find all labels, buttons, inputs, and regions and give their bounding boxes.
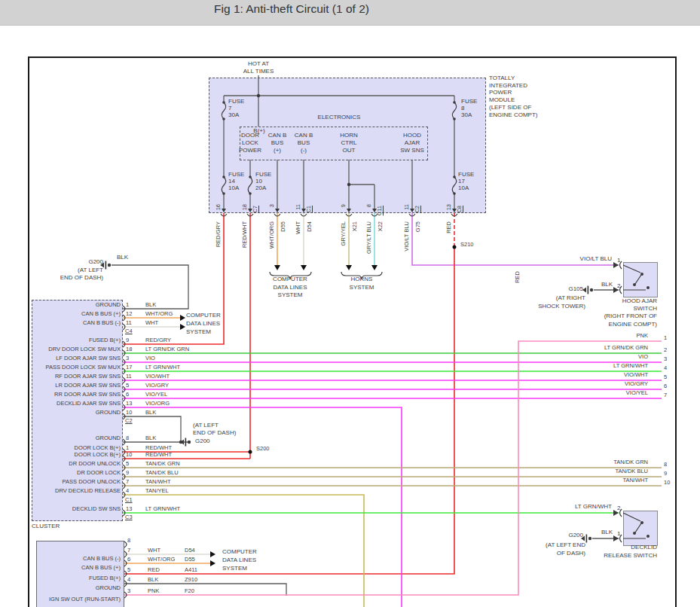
g200-mid-loc: (AT LEFT END OF DASH) xyxy=(193,422,236,437)
ground-icon xyxy=(588,537,591,540)
cluster-row-label: DR DOOR UNLOCK xyxy=(15,460,121,468)
g105-name: G105 xyxy=(508,285,583,293)
edge-wire-color-label: VIO/GRY xyxy=(543,380,648,388)
module2-row-wire-color: RED xyxy=(148,566,160,574)
edge-wire-color-label: LT GRN/DK GRN xyxy=(543,344,648,352)
module2-row-pin: 7 xyxy=(127,547,130,554)
decklid-pin-top: 2 xyxy=(617,505,620,512)
edge-wire-color-label: TAN/WHT xyxy=(543,477,648,484)
cluster-row-wire-color: VIO xyxy=(145,355,155,362)
edge-wire-color-label: LT GRN/WHT xyxy=(543,362,648,370)
cluster-row-label: GROUND xyxy=(15,301,121,309)
wiring-diagram-page: Fig 1: Anti-theft Circuit (1 of 2) xyxy=(0,0,700,607)
cluster-row-pin: 13 xyxy=(126,505,132,513)
computer-system-cluster: COMPUTER DATA LINES SYSTEM xyxy=(186,311,221,336)
cluster-row-pin: 5 xyxy=(126,460,129,468)
cluster-row-wire-color: TAN/YEL xyxy=(145,487,169,495)
computer-system-top: COMPUTER DATA LINES SYSTEM xyxy=(256,276,324,300)
cluster-row-pin: 17 xyxy=(126,364,132,371)
red-wire-note: RED xyxy=(514,271,521,283)
module2-row-circuit: Z910 xyxy=(185,576,197,584)
arrow-down-icon xyxy=(371,265,378,270)
tipm-exit-circuit: X22 xyxy=(377,221,384,231)
cluster-row-pin: 12 xyxy=(126,310,132,318)
edge-wire-color-label: PNK xyxy=(543,332,648,340)
cluster-row-wire-color: BLK xyxy=(145,301,156,309)
cluster-row-pin: 1 xyxy=(126,301,129,309)
cluster-row-pin: 9 xyxy=(126,337,129,344)
splice-dot xyxy=(453,246,457,249)
cluster-row-wire-color: RED/WHT xyxy=(145,451,172,459)
tipm-exit-pin: 8 xyxy=(365,204,372,207)
exit-arrow-icon xyxy=(222,209,226,212)
tipm-exit-pin: 11 xyxy=(403,204,410,210)
cluster-row-label: DRV DECKLID RELEASE xyxy=(15,487,121,495)
tipm-exit-connector: C1 xyxy=(305,206,312,213)
cluster-row-pin: 13 xyxy=(126,400,132,407)
tipm-exit-pin: 18 xyxy=(241,204,248,210)
junction-dot xyxy=(179,441,182,444)
fuse17-label: FUSE 17 10A xyxy=(458,171,474,191)
tipm-exit-pin: 9 xyxy=(340,204,347,207)
arrow-down-icon xyxy=(274,265,280,270)
hood-pin1: 1 xyxy=(617,257,620,264)
ground-icon xyxy=(185,438,187,447)
computer-system-module2: COMPUTER DATA LINES SYSTEM xyxy=(222,548,257,572)
tipm-exit-circuit: D54 xyxy=(306,221,313,232)
splice-s200-label: S200 xyxy=(256,445,270,453)
junction-dot xyxy=(347,183,350,186)
exit-arrow-icon xyxy=(275,209,280,212)
arrow-right-icon xyxy=(180,315,185,321)
edge-pin-number: 8 xyxy=(664,461,667,468)
tipm-exit-wire-color: RED xyxy=(445,221,452,233)
module2-row-wire-color: WHT xyxy=(148,547,160,554)
horn-branch xyxy=(349,185,374,212)
cluster-row-pin: 9 xyxy=(126,469,129,477)
tipm-exit-wire-color: WHT/ORG xyxy=(268,221,275,249)
ground-icon xyxy=(108,264,111,267)
tipm-exit-wire-color: RED/WHT xyxy=(241,221,248,248)
pin-canb-minus: CAN B BUS (-) xyxy=(283,132,325,154)
cluster-row-label: DR DOOR LOCK xyxy=(15,469,121,477)
cluster-row-label: GROUND xyxy=(15,435,121,442)
edge-wire-color-label: TAN/DK BLU xyxy=(543,468,648,475)
tipm-exit-pin: 11 xyxy=(295,204,301,210)
tipm-exit-pin: 3 xyxy=(268,204,275,207)
cluster-row-pin: 8 xyxy=(126,435,129,442)
arrow-right-icon xyxy=(180,324,185,330)
arrow-right-icon xyxy=(210,551,216,557)
tipm-exit-pin: 13 xyxy=(445,204,452,210)
tipm-exit-circuit: X21 xyxy=(351,221,358,231)
cluster-row-label: DECKLID SW SNS xyxy=(15,505,121,513)
module2-row-circuit: F20 xyxy=(185,587,194,595)
cluster-row-label: LR DOOR AJAR SW SNS xyxy=(15,382,121,389)
tipm-name-label: TOTALLY INTEGRATED POWER MODULE (LEFT SI… xyxy=(489,75,537,118)
arrow-down-icon xyxy=(301,265,307,270)
module2-row-wire-color: BLK xyxy=(148,576,158,584)
cluster-name-label: CLUSTER xyxy=(32,523,60,530)
decklid-switch-symbol xyxy=(623,513,650,538)
cluster-row-label: CAN B BUS (-) xyxy=(15,319,121,327)
module2-row-wire-color: WHT/ORG xyxy=(148,556,175,563)
cluster-row-pin: 7 xyxy=(126,478,129,486)
splice-s210-label: S210 xyxy=(460,241,474,249)
edge-wire-color-label: TAN/DK GRN xyxy=(543,459,648,466)
cluster-row-label: RF DOOR AJAR SW SNS xyxy=(15,373,121,380)
module2-row-pin: 8 xyxy=(127,537,130,544)
edge-pin-number: 9 xyxy=(664,470,667,477)
module2-row-label: GROUND xyxy=(15,584,121,592)
module2-row-label: FUSED B(+) xyxy=(15,575,121,582)
fuse8-label: FUSE 8 30A xyxy=(461,98,477,118)
cluster-row-wire-color: BLK xyxy=(145,409,156,416)
tipm-exit-wire-color: GRY/YEL xyxy=(340,221,347,246)
pin-horn-ctrl-out: HORN CTRL OUT xyxy=(328,132,370,154)
cluster-row-label: DOOR LOCK B(+) xyxy=(15,451,121,459)
edge-pin-number: 1 xyxy=(664,334,667,342)
edge-pin-number: 5 xyxy=(664,374,667,381)
decklid-wire-top-color: LT GRN/WHT xyxy=(536,503,612,511)
tipm-exit-connector: C11 xyxy=(376,206,383,215)
cluster-row-label: PASS DOOR UNLOCK xyxy=(15,478,121,486)
edge-pin-number: 4 xyxy=(664,365,667,372)
edge-pin-number: 6 xyxy=(664,383,667,390)
cluster-row-wire-color: LT GRN/WHT xyxy=(145,364,180,371)
